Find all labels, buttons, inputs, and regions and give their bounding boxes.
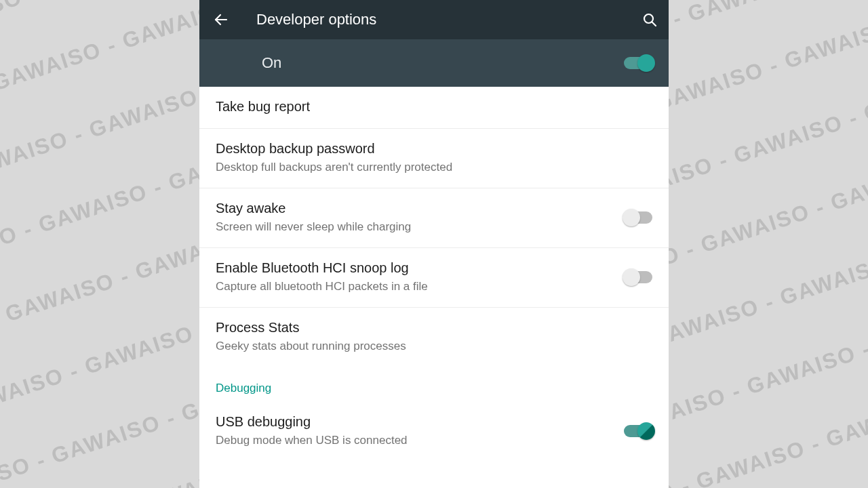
item-usb-debugging[interactable]: USB debugging Debug mode when USB is con…: [199, 402, 669, 462]
item-subtitle: Desktop full backups aren't currently pr…: [216, 161, 652, 174]
search-button[interactable]: [642, 12, 658, 28]
item-subtitle: Debug mode when USB is connected: [216, 434, 624, 447]
item-subtitle: Capture all bluetooth HCI packets in a f…: [216, 280, 624, 293]
item-desktop-backup-password[interactable]: Desktop backup password Desktop full bac…: [199, 129, 669, 188]
item-bluetooth-hci-snoop[interactable]: Enable Bluetooth HCI snoop log Capture a…: [199, 248, 669, 308]
toggle-usb-debugging[interactable]: [624, 425, 652, 437]
item-title: Take bug report: [216, 99, 652, 115]
app-bar: Developer options: [199, 0, 669, 39]
svg-line-2: [652, 22, 656, 26]
search-icon: [642, 12, 658, 28]
item-title: Process Stats: [216, 320, 652, 336]
toggle-bluetooth-hci-snoop[interactable]: [624, 271, 652, 283]
item-title: Enable Bluetooth HCI snoop log: [216, 260, 624, 276]
settings-list: Take bug report Desktop backup password …: [199, 87, 669, 462]
master-toggle[interactable]: [624, 57, 652, 69]
page-title: Developer options: [256, 11, 642, 28]
item-process-stats[interactable]: Process Stats Geeky stats about running …: [199, 308, 669, 367]
developer-options-screen: Developer options On Take bug report Des…: [199, 0, 669, 488]
toggle-stay-awake[interactable]: [624, 211, 652, 224]
item-take-bug-report[interactable]: Take bug report: [199, 87, 669, 129]
back-button[interactable]: [213, 12, 236, 28]
item-stay-awake[interactable]: Stay awake Screen will never sleep while…: [199, 188, 669, 248]
item-title: Stay awake: [216, 201, 624, 216]
master-toggle-row[interactable]: On: [199, 39, 669, 87]
item-subtitle: Geeky stats about running processes: [216, 340, 652, 353]
section-header-debugging: Debugging: [199, 367, 669, 402]
item-subtitle: Screen will never sleep while charging: [216, 220, 624, 234]
item-title: Desktop backup password: [216, 141, 652, 157]
master-toggle-label: On: [262, 54, 624, 72]
item-title: USB debugging: [216, 414, 624, 430]
back-arrow-icon: [213, 12, 229, 28]
